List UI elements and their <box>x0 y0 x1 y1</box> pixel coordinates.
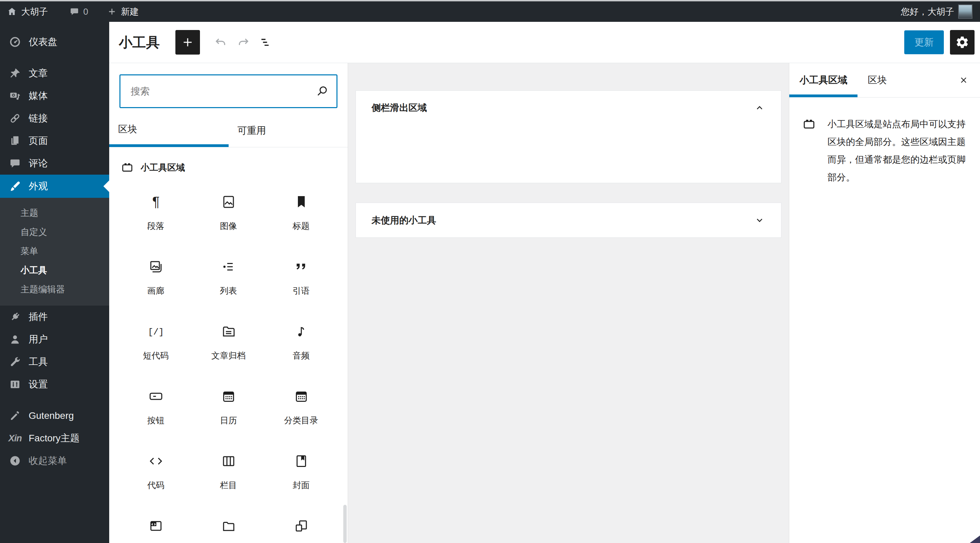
undo-button[interactable] <box>213 35 229 50</box>
editor-header: 小工具 更新 <box>109 22 980 63</box>
block-item-columns[interactable]: 栏目 <box>192 449 265 514</box>
submenu-item-widgets[interactable]: 小工具 <box>0 260 109 280</box>
update-button[interactable]: 更新 <box>904 30 944 54</box>
block-item-button[interactable]: 按钮 <box>119 384 192 449</box>
pushpin-icon <box>9 67 21 79</box>
sidebar-item-label: 页面 <box>29 134 48 147</box>
inserter-scrollbar[interactable] <box>343 505 347 543</box>
site-name: 大胡子 <box>21 6 48 18</box>
tab-widget-areas[interactable]: 小工具区域 <box>789 63 858 97</box>
settings-tabs: 小工具区域 区块 <box>789 63 980 98</box>
heading-bookmark-icon <box>293 194 310 210</box>
block-item-group[interactable] <box>265 514 337 543</box>
block-item-heading[interactable]: 标题 <box>265 190 337 254</box>
redo-icon <box>236 35 251 50</box>
sidebar-item-users[interactable]: 用户 <box>0 328 109 351</box>
list-view-icon <box>258 35 273 50</box>
panel-title: 侧栏滑出区域 <box>372 102 427 114</box>
plus-icon <box>181 35 194 49</box>
sidebar-item-pages[interactable]: 页面 <box>0 130 109 152</box>
block-item-paragraph[interactable]: ¶ 段落 <box>119 190 192 254</box>
submenu-item-themes[interactable]: 主题 <box>0 203 109 222</box>
media-icon <box>9 90 21 102</box>
sidebar-item-plugins[interactable]: 插件 <box>0 306 109 328</box>
button-icon <box>148 388 164 405</box>
quote-icon <box>293 259 310 275</box>
list-view-button[interactable] <box>258 35 274 50</box>
block-item-list[interactable]: 列表 <box>192 254 265 319</box>
group-icon <box>293 518 310 534</box>
sidebar-item-collapse-menu[interactable]: 收起菜单 <box>0 449 109 472</box>
search-input[interactable] <box>119 75 337 108</box>
admin-bar-account[interactable]: 您好，大胡子 <box>901 5 972 18</box>
sidebar-item-gutenberg[interactable]: Gutenberg <box>0 405 109 427</box>
settings-sidebar: 小工具区域 区块 小工具区域是站点布局中可以支持区块的全局部分。这些区域因主题而… <box>789 63 980 543</box>
admin-bar-new[interactable]: 新建 <box>107 6 138 18</box>
panel-toggle[interactable]: 侧栏滑出区域 <box>356 91 781 125</box>
sidebar-item-label: Gutenberg <box>29 410 74 421</box>
widget-area-icon <box>121 161 134 174</box>
sidebar-item-xin-factory-theme[interactable]: Xin Factory主题 <box>0 427 109 449</box>
close-icon <box>958 75 969 86</box>
sidebar-item-links[interactable]: 链接 <box>0 107 109 130</box>
paragraph-icon: ¶ <box>148 194 164 210</box>
block-item-categories[interactable]: 分类目录 <box>265 384 337 449</box>
sidebar-item-posts[interactable]: 文章 <box>0 62 109 84</box>
sidebar-item-label: 文章 <box>29 67 48 80</box>
gear-icon <box>955 35 969 49</box>
submenu-item-customize[interactable]: 自定义 <box>0 222 109 241</box>
block-item-quote[interactable]: 引语 <box>265 254 337 319</box>
admin-bar-comments[interactable]: 0 <box>70 6 88 17</box>
cover-icon <box>293 453 310 469</box>
plus-icon <box>107 7 117 16</box>
sidebar-item-media[interactable]: 媒体 <box>0 84 109 107</box>
svg-text:¶: ¶ <box>152 194 159 209</box>
block-item-cover[interactable]: 封面 <box>265 449 337 514</box>
new-label: 新建 <box>121 6 138 18</box>
section-title: 小工具区域 <box>141 162 185 174</box>
block-item-archives[interactable]: 文章归档 <box>192 319 265 384</box>
close-sidebar-button[interactable] <box>955 72 972 88</box>
sidebar-item-label: 收起菜单 <box>29 454 67 467</box>
submenu-item-theme-editor[interactable]: 主题编辑器 <box>0 280 109 299</box>
admin-bar: 大胡子 0 新建 您好，大胡子 <box>0 2 980 22</box>
widget-area-panel-inactive-widgets: 未使用的小工具 <box>356 203 781 238</box>
sidebar-item-label: 用户 <box>29 333 48 346</box>
submenu-item-menus[interactable]: 菜单 <box>0 241 109 260</box>
block-item-gallery[interactable]: 画廊 <box>119 254 192 319</box>
sidebar-item-label: 外观 <box>29 180 48 193</box>
categories-icon <box>293 388 310 405</box>
block-item-code[interactable]: 代码 <box>119 449 192 514</box>
mouse-cursor-artifact <box>970 535 980 543</box>
sidebar-item-dashboard[interactable]: 仪表盘 <box>0 31 109 53</box>
sidebar-item-settings[interactable]: 设置 <box>0 373 109 396</box>
sidebar-item-tools[interactable]: 工具 <box>0 351 109 373</box>
tab-blocks[interactable]: 区块 <box>109 114 229 147</box>
tab-reusable[interactable]: 可重用 <box>229 114 348 147</box>
image-icon <box>220 194 237 210</box>
sidebar-item-comments[interactable]: 评论 <box>0 152 109 175</box>
block-item-calendar[interactable]: 日历 <box>192 384 265 449</box>
widget-area-section-header: 小工具区域 <box>121 161 348 174</box>
block-item-audio[interactable]: 音频 <box>265 319 337 384</box>
chevron-up-icon <box>754 102 765 114</box>
xin-logo-icon: Xin <box>9 432 21 445</box>
panel-title: 未使用的小工具 <box>372 214 436 227</box>
widget-area-description: 小工具区域是站点布局中可以支持区块的全局部分。这些区域因主题而异，但通常都是您的… <box>827 115 970 186</box>
comments-icon <box>9 157 21 170</box>
block-item-image[interactable]: 图像 <box>192 190 265 254</box>
block-item-custom-html[interactable] <box>119 514 192 543</box>
widget-area-description-block: 小工具区域是站点布局中可以支持区块的全局部分。这些区域因主题而异，但通常都是您的… <box>789 98 980 186</box>
editor-canvas: 侧栏滑出区域 未使用的小工具 <box>348 63 789 543</box>
sidebar-item-appearance[interactable]: 外观 <box>0 175 109 198</box>
redo-button[interactable] <box>235 35 251 50</box>
block-grid: ¶ 段落 图像 标题 <box>119 190 337 543</box>
list-icon <box>220 259 237 275</box>
add-block-button[interactable] <box>175 30 200 55</box>
block-item-shortcode[interactable]: [/] 短代码 <box>119 319 192 384</box>
settings-toggle-button[interactable] <box>950 30 975 55</box>
panel-toggle[interactable]: 未使用的小工具 <box>356 203 781 237</box>
admin-bar-site[interactable]: 大胡子 <box>7 6 48 18</box>
tab-block[interactable]: 区块 <box>858 63 897 97</box>
block-item-file[interactable] <box>192 514 265 543</box>
